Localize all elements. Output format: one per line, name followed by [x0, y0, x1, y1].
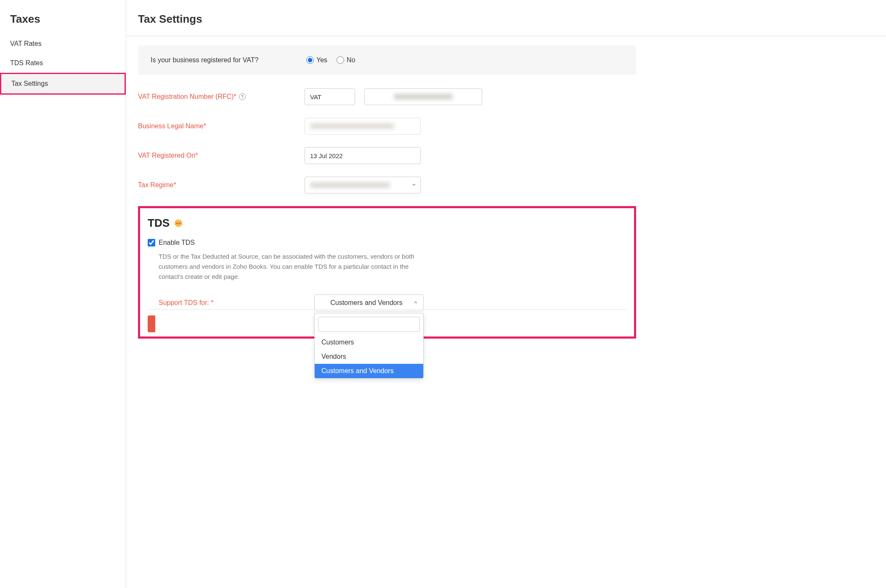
svg-text:NEW: NEW — [176, 222, 182, 224]
main-content: Tax Settings Is your business registered… — [126, 0, 886, 588]
page-title: Tax Settings — [126, 8, 886, 36]
row-tax-regime: Tax Regime* — [138, 177, 636, 193]
label-vat-reg-number: VAT Registration Number (RFC)* ? — [138, 93, 305, 101]
radio-no[interactable] — [337, 56, 344, 64]
sidebar-item-vat-rates[interactable]: VAT Rates — [0, 34, 126, 53]
tds-description: TDS or the Tax Deducted at Source, can b… — [140, 251, 439, 282]
footer-divider — [148, 309, 626, 310]
new-badge-icon: NEW — [174, 219, 183, 228]
row-vat-registered-on: VAT Registered On* — [138, 147, 636, 164]
tax-regime-select[interactable] — [305, 177, 421, 193]
vat-registered-banner: Is your business registered for VAT? Yes… — [138, 45, 636, 75]
tds-title: TDS — [148, 217, 170, 230]
row-business-legal-name: Business Legal Name* — [138, 118, 636, 135]
dropdown-option-customers[interactable]: Customers — [315, 335, 423, 350]
tds-section: TDS NEW Enable TDS TDS or the Tax Deduct… — [138, 206, 636, 339]
label-vat-reg-number-text: VAT Registration Number (RFC)* — [138, 93, 236, 101]
help-icon[interactable]: ? — [239, 93, 246, 100]
save-button[interactable] — [148, 315, 155, 332]
chevron-up-icon — [413, 299, 418, 307]
dropdown-option-customers-and-vendors[interactable]: Customers and Vendors — [315, 364, 423, 378]
enable-tds-checkbox[interactable] — [148, 239, 155, 246]
label-vat-registered-on: VAT Registered On* — [138, 152, 305, 159]
radio-option-no[interactable]: No — [337, 56, 355, 64]
vat-registered-on-input[interactable] — [305, 147, 421, 164]
business-legal-name-input[interactable] — [305, 118, 421, 135]
support-tds-selected: Customers and Vendors — [330, 299, 403, 307]
sidebar-header: Taxes — [0, 8, 126, 34]
vat-prefix-input[interactable] — [305, 88, 355, 105]
vat-number-input[interactable] — [364, 88, 482, 105]
sidebar-item-tax-settings[interactable]: Tax Settings — [0, 73, 126, 95]
title-divider — [126, 36, 886, 36]
radio-label-yes: Yes — [316, 56, 327, 64]
vat-registered-label: Is your business registered for VAT? — [151, 56, 306, 64]
radio-label-no: No — [347, 56, 355, 64]
row-vat-reg-number: VAT Registration Number (RFC)* ? — [138, 88, 636, 105]
vat-registered-radio-group: Yes No — [306, 56, 355, 64]
sidebar: Taxes VAT Rates TDS Rates Tax Settings — [0, 0, 126, 588]
support-tds-for-label: Support TDS for: * — [159, 299, 314, 307]
label-business-legal-name: Business Legal Name* — [138, 122, 305, 130]
label-tax-regime: Tax Regime* — [138, 181, 305, 189]
enable-tds-label: Enable TDS — [159, 239, 195, 246]
support-tds-select[interactable]: Customers and Vendors Customers Vendors … — [314, 294, 424, 311]
radio-option-yes[interactable]: Yes — [306, 56, 327, 64]
dropdown-option-vendors[interactable]: Vendors — [315, 350, 423, 364]
sidebar-item-tds-rates[interactable]: TDS Rates — [0, 53, 126, 73]
radio-yes[interactable] — [306, 56, 314, 64]
sidebar-nav: VAT Rates TDS Rates Tax Settings — [0, 34, 126, 95]
